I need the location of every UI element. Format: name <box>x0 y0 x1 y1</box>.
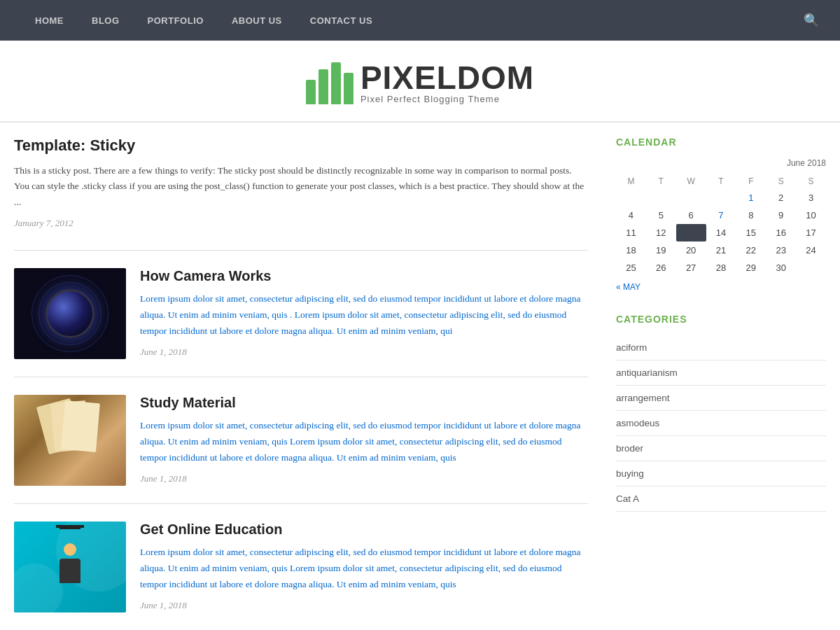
cal-cell: 11 <box>616 224 646 241</box>
category-link[interactable]: asmodeus <box>616 418 659 428</box>
calendar-title: CALENDAR <box>616 136 826 148</box>
cal-cell: 25 <box>616 259 646 276</box>
divider-3 <box>14 503 588 504</box>
cal-row-4: 25 26 27 28 29 30 <box>616 259 826 276</box>
post-date-books: June 1, 2018 <box>140 473 187 484</box>
post-title-education[interactable]: Get Online Education <box>140 522 588 538</box>
book-page-3 <box>61 400 100 452</box>
cal-cell: 12 <box>646 224 676 241</box>
category-link[interactable]: buying <box>616 468 644 479</box>
category-link[interactable]: aciform <box>616 342 647 353</box>
sticky-post: Template: Sticky This is a sticky post. … <box>14 136 588 230</box>
camera-thumbnail <box>14 268 126 359</box>
calendar-header-row: M T W T F S S <box>616 174 826 189</box>
logo-bar-2 <box>318 69 328 104</box>
sticky-post-date: January 7, 2012 <box>14 218 74 228</box>
sticky-post-title[interactable]: Template: Sticky <box>14 136 588 155</box>
list-item: aciform <box>616 335 826 360</box>
post-thumb-camera <box>14 268 126 359</box>
cal-prev-link[interactable]: « MAY <box>616 282 640 292</box>
category-link[interactable]: broder <box>616 443 643 454</box>
cal-cell: 18 <box>616 241 646 259</box>
cal-cell <box>706 189 736 206</box>
logo-bar-4 <box>344 73 354 104</box>
category-link[interactable]: arrangement <box>616 393 670 403</box>
camera-lens <box>46 289 94 338</box>
divider-2 <box>14 377 588 377</box>
cal-cell: 2 <box>766 189 796 206</box>
cal-cell[interactable]: 7 <box>706 206 736 224</box>
cal-cell: 21 <box>706 241 736 259</box>
calendar-widget: CALENDAR June 2018 M T W T F S S <box>616 136 826 293</box>
calendar-nav: « MAY <box>616 282 826 293</box>
calendar-table: M T W T F S S 1 <box>616 174 826 276</box>
cal-cell: 6 <box>676 206 706 224</box>
cal-cell: 16 <box>766 224 796 241</box>
list-item: asmodeus <box>616 411 826 436</box>
books-thumbnail <box>14 395 126 486</box>
nav-home[interactable]: HOME <box>21 0 78 41</box>
nav-contact[interactable]: CONTACT US <box>296 0 386 41</box>
category-list: aciform antiquarianism arrangement asmod… <box>616 335 826 512</box>
cal-cell: 30 <box>766 259 796 276</box>
calendar-month: June 2018 <box>616 158 826 168</box>
logo-bars <box>306 62 354 104</box>
cal-th-s1: S <box>766 174 796 189</box>
logo-bar-3 <box>331 62 341 104</box>
logo-bar-1 <box>306 80 316 104</box>
main-layout: Template: Sticky This is a sticky post. … <box>0 122 840 627</box>
education-thumbnail <box>14 522 126 612</box>
list-item: arrangement <box>616 386 826 411</box>
post-education: Get Online Education Lorem ipsum dolor s… <box>14 522 588 612</box>
category-link[interactable]: antiquarianism <box>616 368 678 378</box>
cal-cell: 10 <box>796 206 826 224</box>
cal-cell: 4 <box>616 206 646 224</box>
post-body-education: Get Online Education Lorem ipsum dolor s… <box>140 522 588 612</box>
logo: PIXELDOM Pixel Perfect Blogging Theme <box>306 62 534 104</box>
cal-cell: 20 <box>676 241 706 259</box>
cal-cell: 27 <box>676 259 706 276</box>
cal-cell: 14 <box>706 224 736 241</box>
content-area: Template: Sticky This is a sticky post. … <box>14 136 588 613</box>
cal-cell: 15 <box>736 224 766 241</box>
cal-cell: 26 <box>646 259 676 276</box>
site-title: PIXELDOM <box>360 62 534 94</box>
cal-th-f: F <box>736 174 766 189</box>
cal-cell <box>616 189 646 206</box>
post-body-books: Study Material Lorem ipsum dolor sit ame… <box>140 395 588 486</box>
cal-cell: 28 <box>706 259 736 276</box>
cal-th-s2: S <box>796 174 826 189</box>
sticky-post-text: This is a sticky post. There are a few t… <box>14 163 588 211</box>
cal-cell: 9 <box>766 206 796 224</box>
cal-th-m: M <box>616 174 646 189</box>
list-item: buying <box>616 461 826 486</box>
cal-cell: 19 <box>646 241 676 259</box>
category-link[interactable]: Cat A <box>616 493 639 504</box>
nav-links: HOME BLOG PORTFOLIO ABOUT US CONTACT US <box>21 0 386 41</box>
edu-cap <box>59 525 80 529</box>
edu-head <box>64 543 76 556</box>
cal-cell <box>646 189 676 206</box>
post-thumb-education <box>14 522 126 612</box>
search-icon[interactable]: 🔍 <box>804 13 819 28</box>
post-thumb-books <box>14 395 126 486</box>
divider-1 <box>14 250 588 251</box>
post-title-books[interactable]: Study Material <box>140 395 588 411</box>
nav-about[interactable]: ABOUT US <box>218 0 296 41</box>
post-camera: How Camera Works Lorem ipsum dolor sit a… <box>14 268 588 359</box>
navbar: HOME BLOG PORTFOLIO ABOUT US CONTACT US … <box>0 0 840 41</box>
cal-cell: 23 <box>766 241 796 259</box>
cal-row-3: 18 19 20 21 22 23 24 <box>616 241 826 259</box>
cal-cell <box>796 259 826 276</box>
nav-portfolio[interactable]: PORTFOLIO <box>134 0 218 41</box>
cal-cell[interactable]: 1 <box>736 189 766 206</box>
nav-blog[interactable]: BLOG <box>78 0 134 41</box>
edu-body <box>59 559 80 583</box>
cal-th-t1: T <box>646 174 676 189</box>
post-title-camera[interactable]: How Camera Works <box>140 268 588 284</box>
categories-title: CATEGORIES <box>616 314 826 325</box>
logo-text: PIXELDOM Pixel Perfect Blogging Theme <box>360 62 534 104</box>
list-item: broder <box>616 436 826 461</box>
post-excerpt-books: Lorem ipsum dolor sit amet, consectetur … <box>140 418 588 466</box>
cal-cell: 5 <box>646 206 676 224</box>
